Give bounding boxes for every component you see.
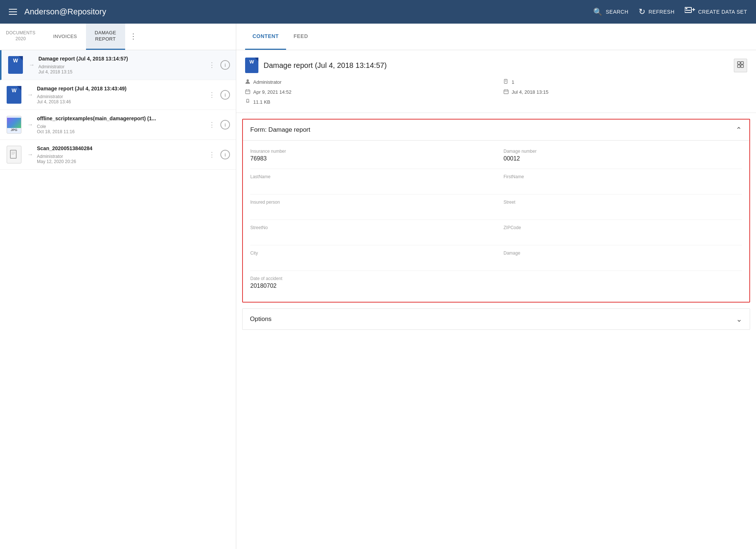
doc-title: offline_scriptexamples(main_damagereport… (37, 115, 207, 122)
field-value (250, 232, 489, 240)
tabs-more-button[interactable]: ⋮ (125, 24, 141, 50)
form-section: Form: Damage report ⌃ Insurance number 7… (242, 119, 750, 303)
jpg-thumbnail (7, 118, 21, 128)
form-row-address: StreetNo ZIPCode (250, 220, 742, 245)
form-row-city-damage: City Damage (250, 245, 742, 271)
field-damage-number: Damage number 00012 (504, 149, 742, 163)
app-header: Anderson@Repository 🔍 SEARCH ↻ REFRESH C… (0, 0, 756, 24)
doc-actions: ⋮ i (207, 59, 230, 70)
left-panel: DOCUMENTS 2020 INVOICES DAMAGE REPORT ⋮ … (0, 24, 236, 549)
header-actions: 🔍 SEARCH ↻ REFRESH CREATE DATA SET (593, 7, 747, 17)
options-title: Options (250, 315, 272, 323)
svg-rect-11 (738, 65, 740, 68)
svg-rect-21 (504, 90, 508, 94)
field-label: Insured person (250, 200, 489, 205)
person-icon (245, 79, 250, 85)
scan-icon (7, 146, 21, 163)
doc-info: Scan_20200513840284 AdministratorMay 12,… (37, 145, 207, 164)
svg-rect-2 (685, 10, 691, 11)
form-fields: Insurance number 76983 Damage number 000… (243, 141, 749, 302)
search-button[interactable]: 🔍 SEARCH (593, 7, 628, 16)
search-icon: 🔍 (593, 7, 603, 16)
svg-rect-12 (741, 65, 743, 68)
document-list: W → Damage report (Jul 4, 2018 13:14:57)… (0, 50, 236, 549)
doc-meta: AdministratorMay 12, 2020 20:26 (37, 154, 207, 164)
meta-author: Administrator (245, 79, 489, 85)
doc-info-button[interactable]: i (220, 90, 230, 100)
doc-more-button[interactable]: ⋮ (207, 59, 217, 70)
doc-icon-wrap: W (6, 85, 22, 104)
doc-info: offline_scriptexamples(main_damagereport… (37, 115, 207, 134)
doc-meta: ColeOct 18, 2018 11:16 (37, 124, 207, 134)
list-item[interactable]: JPG → offline_scriptexamples(main_damage… (0, 110, 236, 140)
form-row-insured: Insured person Street (250, 194, 742, 220)
field-value (504, 277, 742, 286)
doc-arrow-icon: → (27, 92, 33, 98)
grid-view-button[interactable] (734, 59, 747, 72)
field-label: Date of accident (250, 276, 489, 281)
collapse-icon: ⌃ (736, 125, 742, 134)
field-insurance-number: Insurance number 76983 (250, 149, 489, 163)
field-value (250, 206, 489, 214)
field-damage: Damage (504, 251, 742, 265)
tab-damage-report[interactable]: DAMAGE REPORT (86, 24, 125, 50)
form-header[interactable]: Form: Damage report ⌃ (243, 120, 749, 141)
form-row-name: LastName FirstName (250, 169, 742, 194)
field-insured-person: Insured person (250, 200, 489, 214)
field-value: 76983 (250, 155, 489, 163)
doc-info-button[interactable]: i (220, 120, 230, 130)
meta-size: 11.1 KB (245, 99, 489, 105)
doc-more-button[interactable]: ⋮ (207, 89, 217, 100)
menu-icon[interactable] (9, 9, 17, 15)
pages-icon (504, 79, 509, 85)
meta-pages: 1 (504, 79, 747, 85)
field-date-accident: Date of accident 20180702 (250, 276, 489, 291)
right-tabs: CONTENT FEED (236, 24, 756, 50)
doc-info-button[interactable]: i (220, 150, 230, 159)
tab-feed[interactable]: FEED (286, 24, 315, 50)
svg-rect-25 (247, 99, 249, 102)
main-container: DOCUMENTS 2020 INVOICES DAMAGE REPORT ⋮ … (0, 24, 756, 549)
doc-more-button[interactable]: ⋮ (207, 119, 217, 130)
doc-actions: ⋮ i (207, 89, 230, 100)
doc-actions: ⋮ i (207, 119, 230, 130)
doc-info-button[interactable]: i (220, 60, 230, 70)
tab-invoices[interactable]: INVOICES (44, 24, 86, 50)
field-firstname: FirstName (504, 174, 742, 189)
tab-documents-2020[interactable]: DOCUMENTS 2020 (0, 24, 44, 50)
options-header[interactable]: Options ⌄ (243, 309, 750, 329)
refresh-icon: ↻ (639, 7, 646, 17)
doc-icon-wrap: W (7, 55, 24, 75)
doc-icon-wrap (6, 145, 22, 164)
field-label: Damage (504, 251, 742, 256)
doc-detail-meta: Administrator 1 Apr 9, 2021 14:52 (245, 79, 747, 105)
field-value: 00012 (504, 155, 742, 163)
doc-title: Scan_20200513840284 (37, 145, 207, 152)
field-label: LastName (250, 174, 489, 179)
field-label: Street (504, 200, 742, 205)
field-zipcode: ZIPCode (504, 225, 742, 240)
app-title: Anderson@Repository (24, 7, 593, 17)
doc-info: Damage report (Jul 4, 2018 13:43:49) Adm… (37, 85, 207, 104)
doc-actions: ⋮ i (207, 149, 230, 160)
list-item[interactable]: W → Damage report (Jul 4, 2018 13:14:57)… (0, 50, 236, 80)
create-dataset-button[interactable]: CREATE DATA SET (685, 7, 747, 17)
field-streetno: StreetNo (250, 225, 489, 240)
doc-detail-title: Damage report (Jul 4, 2018 13:14:57) (264, 61, 729, 70)
doc-more-button[interactable]: ⋮ (207, 149, 217, 160)
tab-content[interactable]: CONTENT (245, 24, 286, 50)
calendar-created-icon (504, 89, 509, 95)
field-label: City (250, 251, 489, 256)
form-row-date: Date of accident 20180702 (250, 271, 742, 296)
meta-created: Jul 4, 2018 13:15 (504, 89, 747, 95)
expand-icon: ⌄ (736, 315, 742, 324)
field-label: StreetNo (250, 225, 489, 230)
list-item[interactable]: → Scan_20200513840284 AdministratorMay 1… (0, 140, 236, 170)
refresh-button[interactable]: ↻ REFRESH (639, 7, 674, 17)
doc-arrow-icon: → (29, 62, 35, 68)
field-street: Street (504, 200, 742, 214)
create-dataset-icon (685, 7, 695, 17)
word-icon: W (8, 56, 23, 74)
field-city: City (250, 251, 489, 265)
list-item[interactable]: W → Damage report (Jul 4, 2018 13:43:49)… (0, 80, 236, 110)
